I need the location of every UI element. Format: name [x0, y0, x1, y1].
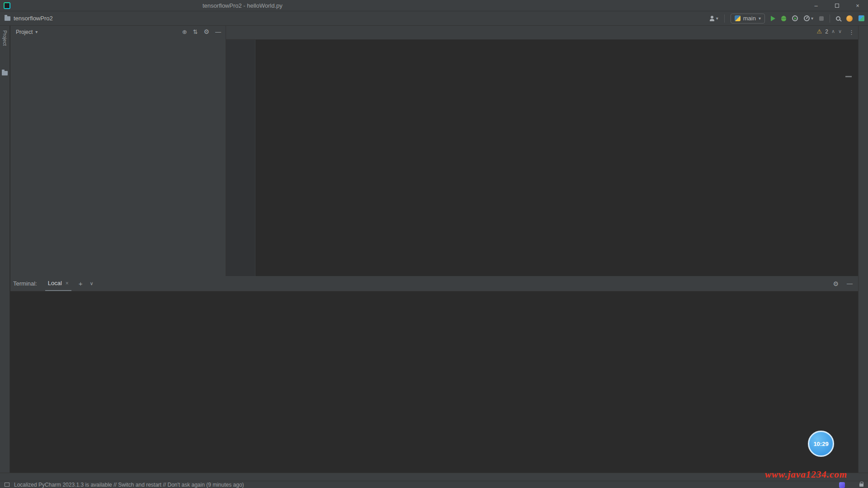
- profiler-icon: [804, 15, 810, 21]
- left-tool-stripe: Project: [0, 26, 10, 473]
- terminal-settings-button[interactable]: ⚙: [833, 281, 839, 287]
- editor-gutter: [226, 40, 255, 276]
- run-with-coverage-button[interactable]: [792, 15, 798, 21]
- scrollbar-warning-mark: [845, 76, 852, 77]
- new-terminal-button[interactable]: +: [79, 280, 83, 287]
- run-config-selector[interactable]: main ▾: [731, 14, 765, 23]
- terminal-tab-local[interactable]: Local ×: [45, 276, 71, 291]
- run-button[interactable]: [771, 16, 775, 21]
- window-controls: – ×: [806, 0, 868, 11]
- terminal-label: Terminal:: [13, 280, 37, 287]
- maximize-icon: [835, 4, 839, 8]
- event-icon[interactable]: [5, 483, 9, 487]
- terminal-header-actions: ⚙ —: [833, 276, 853, 291]
- toolbar-divider: [830, 14, 830, 23]
- hide-panel-button[interactable]: —: [215, 28, 221, 35]
- toolbar-divider: [724, 14, 725, 23]
- terminal-header: Terminal: Local × + ∨ ⚙ —: [10, 276, 858, 291]
- user-icon: [709, 16, 715, 21]
- python-icon: [735, 15, 741, 21]
- warning-count: 2: [825, 28, 828, 35]
- status-bar: Localized PyCharm 2023.1.3 is available …: [0, 481, 868, 488]
- chevron-down-icon[interactable]: ▾: [35, 29, 38, 34]
- code-with-me-button[interactable]: [846, 15, 853, 22]
- chevron-down-icon: ▾: [811, 16, 813, 21]
- prev-problem-icon[interactable]: ∧: [831, 28, 835, 34]
- window-title: tensorflowPro2 - helloWorld.py: [203, 0, 283, 11]
- pycharm-logo-icon: [4, 2, 10, 9]
- project-stripe-button[interactable]: Project: [2, 30, 8, 46]
- recording-timer-badge[interactable]: 10:29: [808, 431, 834, 457]
- editor-tab-bar: [226, 26, 858, 40]
- toolbar-actions: ▾ main ▾ ▾: [709, 11, 864, 25]
- close-icon[interactable]: ×: [66, 280, 69, 286]
- minimize-button[interactable]: –: [806, 0, 826, 11]
- learn-ide-button[interactable]: [859, 15, 864, 21]
- project-panel-title[interactable]: Project: [16, 29, 33, 35]
- chevron-down-icon: ▾: [759, 16, 761, 21]
- debug-button[interactable]: [781, 16, 786, 21]
- locate-file-button[interactable]: ⊕: [182, 28, 187, 35]
- options-gear-button[interactable]: ⚙: [203, 28, 209, 35]
- terminal-dropdown-icon[interactable]: ∨: [90, 281, 94, 286]
- warning-icon: ⚠: [817, 28, 822, 35]
- editor-area: ⋮ ⚠ 2 ∧ ∨: [226, 26, 858, 276]
- tool-window-bar: [0, 473, 868, 481]
- chevron-down-icon: ▾: [716, 16, 718, 21]
- project-tool-window: Project ▾ ⊕ ⇅ ⚙ —: [10, 26, 226, 276]
- sdk-selector[interactable]: ▾: [709, 16, 718, 21]
- stop-button[interactable]: [819, 16, 824, 21]
- expand-collapse-button[interactable]: ⇅: [193, 28, 198, 35]
- maximize-button[interactable]: [826, 0, 847, 11]
- right-tool-stripe: [858, 26, 868, 473]
- next-problem-icon[interactable]: ∨: [838, 28, 842, 34]
- run-config-name: main: [743, 15, 756, 22]
- lock-icon[interactable]: [859, 483, 863, 487]
- plugin-update-icon[interactable]: [839, 482, 845, 488]
- main-toolbar: tensorflowPro2 ▾ main ▾ ▾: [0, 11, 868, 26]
- hide-terminal-button[interactable]: —: [847, 280, 853, 287]
- terminal-output[interactable]: [10, 291, 858, 473]
- status-bar-right: [839, 481, 863, 488]
- profiler-button[interactable]: ▾: [804, 15, 813, 21]
- breadcrumb-project-name: tensorflowPro2: [14, 15, 53, 22]
- terminal-tool-window: Terminal: Local × + ∨ ⚙ —: [10, 276, 858, 473]
- folder-icon: [2, 71, 8, 75]
- title-bar: tensorflowPro2 - helloWorld.py – ×: [0, 0, 868, 11]
- tab-options-icon[interactable]: ⋮: [849, 29, 854, 36]
- project-breadcrumb[interactable]: tensorflowPro2: [5, 15, 53, 22]
- watermark: www.java1234.com: [765, 469, 847, 480]
- terminal-tab-label: Local: [48, 280, 62, 286]
- project-panel-header: Project ▾ ⊕ ⇅ ⚙ —: [10, 26, 226, 38]
- project-panel-actions: ⊕ ⇅ ⚙ —: [182, 28, 221, 35]
- search-everywhere-button[interactable]: [836, 16, 840, 21]
- status-message[interactable]: Localized PyCharm 2023.1.3 is available …: [14, 482, 244, 488]
- folder-icon: [5, 16, 10, 21]
- inspection-widget[interactable]: ⚠ 2 ∧ ∨: [817, 28, 842, 35]
- close-button[interactable]: ×: [847, 0, 868, 11]
